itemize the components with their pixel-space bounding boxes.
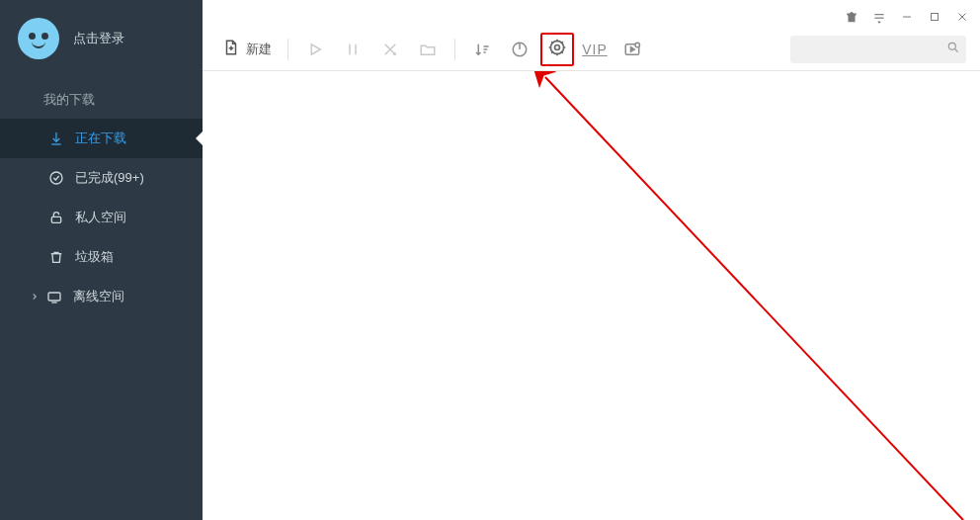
lock-icon bbox=[47, 209, 65, 226]
open-folder-button[interactable] bbox=[411, 33, 445, 66]
sidebar-item-label: 正在下载 bbox=[75, 130, 126, 147]
new-file-icon bbox=[222, 39, 240, 59]
section-title-downloads: 我的下载 bbox=[0, 73, 203, 119]
minimize-icon[interactable] bbox=[899, 9, 915, 25]
svg-rect-1 bbox=[51, 217, 60, 222]
svg-rect-2 bbox=[48, 293, 60, 301]
toolbar-divider bbox=[287, 39, 288, 60]
svg-point-7 bbox=[555, 44, 560, 49]
sidebar: 点击登录 我的下载 正在下载 已完成(99+) 私人空间 垃圾箱 bbox=[0, 0, 203, 520]
sort-button[interactable] bbox=[465, 33, 499, 66]
sidebar-item-label: 私人空间 bbox=[75, 209, 126, 226]
new-task-label: 新建 bbox=[246, 41, 272, 58]
gear-icon bbox=[547, 38, 567, 61]
download-arrow-icon bbox=[47, 130, 65, 147]
svg-line-11 bbox=[545, 77, 963, 520]
avatar[interactable] bbox=[18, 18, 59, 59]
new-task-button[interactable]: 新建 bbox=[216, 33, 278, 66]
toolbar: 新建 VIP bbox=[203, 28, 980, 71]
sidebar-item-downloading[interactable]: 正在下载 bbox=[0, 119, 203, 158]
chevron-right-icon bbox=[28, 292, 41, 302]
search-box[interactable] bbox=[790, 36, 966, 63]
sidebar-item-private[interactable]: 私人空间 bbox=[0, 198, 203, 237]
sidebar-item-label: 已完成(99+) bbox=[75, 169, 144, 187]
cloud-device-icon bbox=[45, 288, 63, 305]
menu-dropdown-icon[interactable] bbox=[871, 9, 887, 25]
check-circle-icon bbox=[47, 169, 65, 187]
close-icon[interactable] bbox=[954, 9, 970, 25]
search-input[interactable] bbox=[798, 43, 946, 56]
skin-icon[interactable] bbox=[844, 9, 859, 25]
svg-point-10 bbox=[948, 43, 955, 49]
svg-point-9 bbox=[635, 43, 640, 47]
vip-label: VIP bbox=[582, 42, 608, 57]
sidebar-item-completed[interactable]: 已完成(99+) bbox=[0, 158, 203, 198]
maximize-icon[interactable] bbox=[927, 9, 942, 25]
svg-point-4 bbox=[394, 52, 396, 54]
annotation-arrow bbox=[203, 71, 980, 520]
toolbar-divider bbox=[454, 39, 455, 60]
pause-button[interactable] bbox=[336, 33, 369, 66]
titlebar bbox=[203, 0, 980, 28]
login-link[interactable]: 点击登录 bbox=[73, 30, 124, 47]
trash-icon bbox=[47, 248, 65, 266]
start-button[interactable] bbox=[298, 33, 332, 66]
sidebar-item-label: 垃圾箱 bbox=[75, 248, 114, 266]
delete-button[interactable] bbox=[373, 33, 407, 66]
content-area bbox=[203, 71, 980, 520]
speed-limit-button[interactable] bbox=[503, 33, 536, 66]
sidebar-item-offline[interactable]: 离线空间 bbox=[0, 277, 203, 316]
vip-button[interactable]: VIP bbox=[578, 33, 612, 66]
svg-point-0 bbox=[50, 172, 62, 184]
play-in-window-button[interactable] bbox=[615, 33, 649, 66]
settings-gear-button[interactable] bbox=[540, 33, 574, 66]
sidebar-item-trash[interactable]: 垃圾箱 bbox=[0, 237, 203, 277]
sidebar-item-label: 离线空间 bbox=[73, 288, 124, 305]
main-area: 新建 VIP bbox=[203, 0, 980, 520]
search-icon[interactable] bbox=[946, 41, 960, 58]
user-area[interactable]: 点击登录 bbox=[0, 0, 203, 73]
svg-rect-3 bbox=[932, 14, 939, 21]
